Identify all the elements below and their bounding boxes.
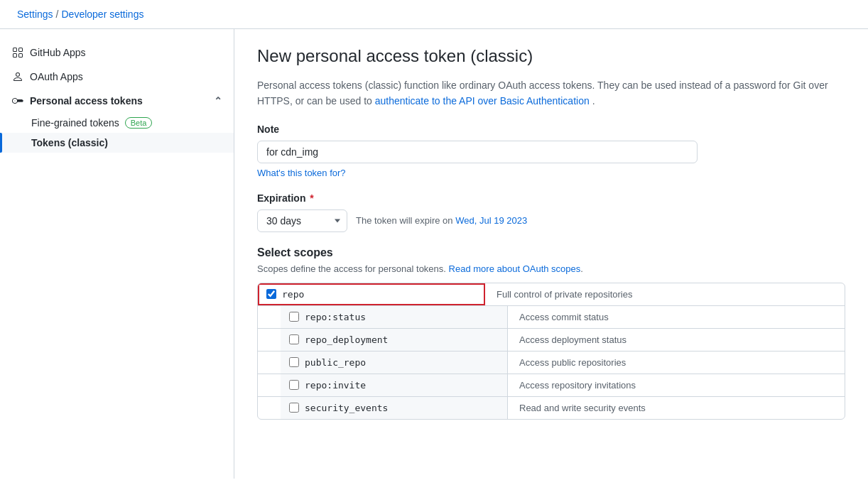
expiration-select-wrapper: 30 days 7 days 60 days 90 days Custom No… bbox=[257, 209, 347, 232]
scope-desc-repo: Full control of private repositories bbox=[485, 283, 845, 305]
fine-grained-tokens-label: Fine-grained tokens bbox=[31, 117, 119, 129]
expiration-row: 30 days 7 days 60 days 90 days Custom No… bbox=[257, 209, 845, 232]
sidebar: GitHub Apps OAuth Apps Personal access t… bbox=[0, 29, 234, 479]
scope-row-security-events: security_events Read and write security … bbox=[258, 397, 845, 419]
expiration-select[interactable]: 30 days 7 days 60 days 90 days Custom No… bbox=[257, 209, 347, 232]
breadcrumb: Settings / Developer settings bbox=[0, 0, 868, 29]
scope-name-repo: repo bbox=[282, 289, 304, 300]
scope-left-public-repo: public_repo bbox=[281, 352, 508, 374]
scope-checkbox-public-repo[interactable] bbox=[289, 357, 299, 367]
scope-row-repo-invite: repo:invite Access repository invitation… bbox=[258, 374, 845, 397]
scope-name-repo-invite: repo:invite bbox=[305, 380, 366, 391]
settings-link[interactable]: Settings bbox=[17, 9, 53, 20]
sidebar-oauth-apps-label: OAuth Apps bbox=[30, 71, 83, 82]
expiration-group: Expiration * 30 days 7 days 60 days 90 d… bbox=[257, 192, 845, 232]
scope-desc-security-events: Read and write security events bbox=[508, 397, 845, 419]
scope-left-repo: repo bbox=[258, 283, 485, 305]
sidebar-item-tokens-classic[interactable]: Tokens (classic) bbox=[0, 133, 234, 153]
scope-name-security-events: security_events bbox=[305, 403, 388, 413]
scope-checkbox-repo-status[interactable] bbox=[289, 312, 299, 322]
tokens-classic-label: Tokens (classic) bbox=[31, 137, 108, 148]
scope-row-repo: repo Full control of private repositorie… bbox=[258, 283, 845, 306]
scope-checkbox-security-events[interactable] bbox=[289, 403, 299, 413]
scope-desc-repo-status: Access commit status bbox=[508, 306, 845, 328]
scope-checkbox-repo[interactable] bbox=[266, 289, 276, 299]
person-icon bbox=[11, 70, 24, 83]
scope-name-repo-deployment: repo_deployment bbox=[305, 334, 388, 345]
note-group: Note What's this token for? bbox=[257, 124, 845, 178]
sidebar-sub-items: Fine-grained tokens Beta Tokens (classic… bbox=[0, 113, 234, 153]
scope-row-repo-deployment: repo_deployment Access deployment status bbox=[258, 329, 845, 352]
main-content: New personal access token (classic) Pers… bbox=[234, 29, 868, 479]
scope-desc-repo-deployment: Access deployment status bbox=[508, 329, 845, 351]
scope-checkbox-repo-deployment[interactable] bbox=[289, 334, 299, 344]
scope-desc-public-repo: Access public repositories bbox=[508, 352, 845, 374]
scope-row-repo-status: repo:status Access commit status bbox=[258, 306, 845, 329]
key-icon bbox=[11, 94, 24, 107]
sidebar-item-fine-grained-tokens[interactable]: Fine-grained tokens Beta bbox=[0, 113, 234, 133]
api-auth-link[interactable]: authenticate to the API over Basic Authe… bbox=[375, 95, 590, 107]
page-title: New personal access token (classic) bbox=[257, 46, 845, 66]
scope-left-repo-deployment: repo_deployment bbox=[281, 329, 508, 351]
grid-icon bbox=[11, 46, 24, 59]
scope-row-public-repo: public_repo Access public repositories bbox=[258, 352, 845, 374]
oauth-scopes-link[interactable]: Read more about OAuth scopes bbox=[449, 263, 581, 274]
scope-name-repo-status: repo:status bbox=[305, 312, 366, 322]
beta-badge: Beta bbox=[125, 117, 153, 129]
sidebar-pat-label: Personal access tokens bbox=[30, 95, 143, 107]
scopes-group: Select scopes Scopes define the access f… bbox=[257, 246, 845, 420]
scope-left-repo-invite: repo:invite bbox=[281, 374, 508, 396]
developer-settings-link[interactable]: Developer settings bbox=[61, 9, 143, 20]
token-purpose-help[interactable]: What's this token for? bbox=[257, 168, 845, 178]
scopes-table: repo Full control of private repositorie… bbox=[257, 283, 845, 420]
layout: GitHub Apps OAuth Apps Personal access t… bbox=[0, 29, 868, 479]
breadcrumb-separator: / bbox=[56, 9, 59, 20]
scope-desc-repo-invite: Access repository invitations bbox=[508, 374, 845, 396]
expiration-label: Expiration * bbox=[257, 192, 845, 204]
scope-left-repo-status: repo:status bbox=[281, 306, 508, 328]
scope-left-security-events: security_events bbox=[281, 397, 508, 419]
sidebar-item-oauth-apps[interactable]: OAuth Apps bbox=[0, 65, 234, 89]
expiration-date: Wed, Jul 19 2023 bbox=[455, 215, 527, 226]
scope-checkbox-repo-invite[interactable] bbox=[289, 380, 299, 390]
scope-name-public-repo: public_repo bbox=[305, 357, 366, 368]
sidebar-item-github-apps[interactable]: GitHub Apps bbox=[0, 40, 234, 65]
note-input[interactable] bbox=[257, 141, 698, 163]
sidebar-github-apps-label: GitHub Apps bbox=[30, 47, 86, 58]
scopes-desc: Scopes define the access for personal to… bbox=[257, 263, 845, 274]
description-text: Personal access tokens (classic) functio… bbox=[257, 77, 845, 109]
scopes-title: Select scopes bbox=[257, 246, 845, 259]
sidebar-item-personal-access-tokens[interactable]: Personal access tokens ⌃ bbox=[0, 89, 234, 113]
note-label: Note bbox=[257, 124, 845, 135]
chevron-up-icon: ⌃ bbox=[214, 95, 222, 107]
expiration-note: The token will expire on Wed, Jul 19 202… bbox=[356, 215, 527, 226]
